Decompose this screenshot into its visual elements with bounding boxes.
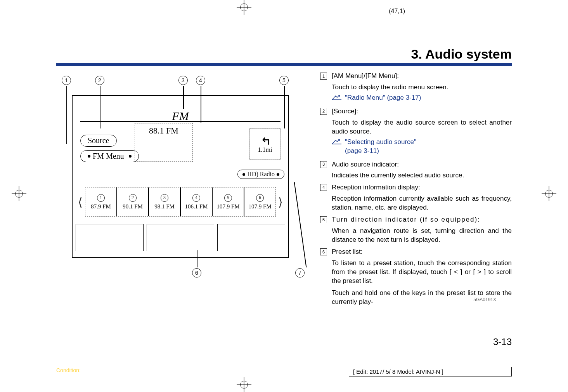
- callout-6: 6: [192, 268, 201, 278]
- callout-3: 3: [178, 76, 188, 85]
- page-info-top: (47,1): [389, 8, 405, 15]
- item-5-body: When a navigation route is set, turning …: [332, 227, 512, 245]
- item-3-body: Indicates the currently selected audio s…: [332, 171, 464, 180]
- item-1-ref[interactable]: "Radio Menu" (page 3-17): [345, 94, 421, 102]
- panel: [76, 224, 144, 251]
- item-2-body: Touch to display the audio source screen…: [332, 118, 512, 136]
- callout-7: 7: [295, 268, 305, 278]
- preset-4[interactable]: 4106.1 FM: [181, 187, 213, 216]
- preset-1[interactable]: 187.9 FM: [85, 187, 117, 216]
- turn-arrow-icon: [258, 135, 272, 146]
- item-marker-6: 6: [320, 248, 327, 255]
- radio-screen-figure: 1 2 3 4 5 FM Source FM Menu: [64, 76, 297, 278]
- header-underline: [56, 63, 512, 66]
- source-button[interactable]: Source: [80, 135, 117, 147]
- register-mark-icon: [237, 377, 251, 392]
- figure-id: 5GA0191X: [473, 297, 496, 302]
- register-mark-icon: [12, 186, 26, 201]
- reference-icon: [332, 94, 342, 101]
- item-marker-3: 3: [320, 161, 327, 168]
- item-6-body-a: To listen to a preset station, touch the…: [332, 259, 512, 286]
- item-1-title: [AM Menu]/[FM Menu]:: [332, 72, 449, 81]
- item-4-body: Reception information currently availabl…: [332, 194, 512, 212]
- item-marker-1: 1: [320, 73, 327, 80]
- chevron-left-icon[interactable]: ⟨: [76, 195, 85, 209]
- item-6-title: Preset list:: [332, 248, 512, 257]
- edit-info: [ Edit: 2017/ 5/ 8 Model: AIVINJ-N ]: [349, 367, 512, 376]
- item-4-title: Reception information display:: [332, 183, 512, 192]
- reference-icon: [332, 139, 342, 145]
- callout-2: 2: [95, 76, 104, 85]
- item-3-title: Audio source indicator:: [332, 160, 464, 169]
- hd-radio-badge: HD) Radio: [237, 170, 284, 179]
- frequency-display: 88.1 FM: [135, 123, 193, 162]
- panel: [217, 224, 285, 251]
- page-number: 3-13: [493, 336, 512, 347]
- preset-2[interactable]: 290.1 FM: [117, 187, 149, 216]
- item-1-body: Touch to display the radio menu screen.: [332, 83, 449, 92]
- band-label: FM: [172, 109, 189, 123]
- register-mark-icon: [542, 186, 556, 201]
- preset-6[interactable]: 6107.9 FM: [244, 187, 275, 216]
- turn-indicator: 1.1mi: [249, 128, 281, 160]
- panel: [147, 224, 215, 251]
- preset-3[interactable]: 398.1 FM: [149, 187, 181, 216]
- item-2-ref-a[interactable]: "Selecting audio source": [345, 138, 416, 147]
- item-5-title: Turn direction indicator (if so equipped…: [332, 215, 512, 224]
- callout-1: 1: [62, 76, 71, 85]
- callout-4: 4: [196, 76, 205, 85]
- item-2-title: [Source]:: [332, 107, 512, 116]
- item-marker-2: 2: [320, 108, 327, 115]
- preset-5[interactable]: 5107.9 FM: [213, 187, 244, 216]
- callout-5: 5: [279, 76, 289, 85]
- condition-label: Condition:: [56, 367, 81, 373]
- chevron-right-icon[interactable]: ⟩: [276, 195, 285, 209]
- register-mark-icon: [237, 0, 251, 15]
- section-title: 3. Audio system: [56, 47, 512, 62]
- screen-frame: FM Source FM Menu 88.1 FM 1.1mi HD) Radi…: [72, 95, 289, 258]
- item-marker-5: 5: [320, 216, 327, 223]
- preset-list: 187.9 FM 290.1 FM 398.1 FM 4106.1 FM 510…: [85, 187, 276, 217]
- item-2-ref-b[interactable]: (page 3-11): [345, 147, 416, 156]
- bottom-panels: [76, 224, 285, 251]
- turn-distance: 1.1mi: [258, 146, 272, 153]
- item-marker-4: 4: [320, 184, 327, 191]
- fm-menu-button[interactable]: FM Menu: [80, 150, 139, 162]
